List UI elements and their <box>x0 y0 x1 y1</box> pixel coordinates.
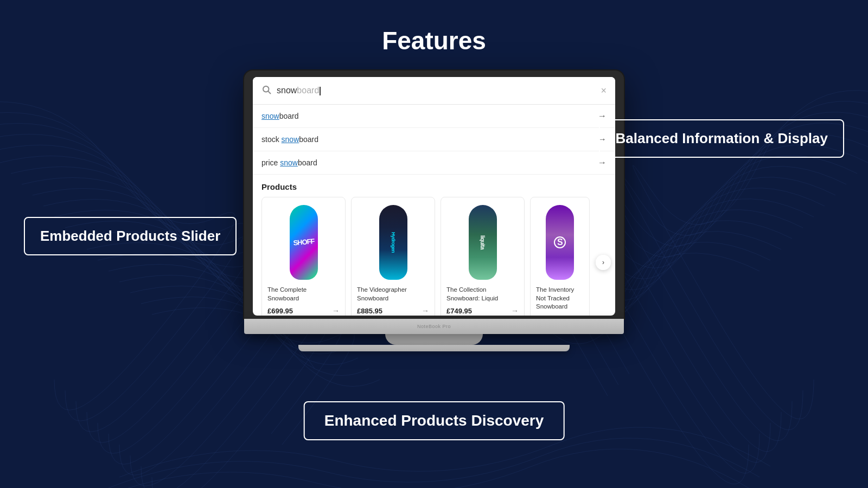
badge-balanced-information: Balanced Information & Display <box>599 119 844 158</box>
badge-embedded-products-slider: Embedded Products Slider <box>24 217 237 255</box>
product-price-arrow-2[interactable]: → <box>422 306 429 315</box>
page-title: Features <box>382 26 486 55</box>
search-icon <box>261 85 271 97</box>
product-card-1[interactable]: SHOFF The Complete Snowboard £699.95 → <box>261 197 346 316</box>
search-close-button[interactable]: × <box>601 85 607 97</box>
product-price-row-2: £885.95 → <box>357 306 429 315</box>
laptop-screen-bezel: snowboard × snowboard → stock snowboard … <box>244 70 624 319</box>
badge-bottom-label: Enhanced Products Discovery <box>324 412 544 429</box>
search-input[interactable]: snowboard <box>277 86 595 95</box>
slider-next-button[interactable]: › <box>596 255 611 270</box>
product-price-row-4: £949.95 <box>536 314 584 316</box>
search-query-typed: snow <box>277 86 297 95</box>
suggestion-text-3: price snowboard <box>261 158 317 167</box>
suggestion-item-1[interactable]: snowboard → <box>253 105 615 128</box>
product-name-3: The Collection Snowboard: Liquid <box>446 286 519 303</box>
product-price-4: £949.95 <box>536 314 561 316</box>
laptop-base: NoteBook Pro <box>244 319 624 334</box>
laptop-foot <box>298 345 570 351</box>
product-price-1: £699.95 <box>267 307 293 315</box>
product-price-row-3: £749.95 → <box>446 306 519 315</box>
product-price-3: £749.95 <box>446 307 472 315</box>
badge-left-label: Embedded Products Slider <box>40 228 220 244</box>
laptop-brand-label: NoteBook Pro <box>417 324 451 329</box>
suggestion-text-2: stock snowboard <box>261 135 318 144</box>
suggestion-item-2[interactable]: stock snowboard → <box>253 128 615 151</box>
product-image-3: liquita <box>446 203 519 281</box>
search-query-placeholder: board <box>297 86 319 95</box>
badge-right-label: Balanced Information & Display <box>615 130 828 146</box>
screen-content: snowboard × snowboard → stock snowboard … <box>253 77 615 316</box>
product-price-2: £885.95 <box>357 307 382 315</box>
product-card-2[interactable]: Hydrogen The Videographer Snowboard £885… <box>351 197 435 316</box>
product-price-arrow-1[interactable]: → <box>332 306 340 315</box>
product-card-4[interactable]: S The Inventory Not Tracked Snowboard £9… <box>530 197 590 316</box>
product-image-2: Hydrogen <box>357 203 429 281</box>
badge-enhanced-products-discovery: Enhanced Products Discovery <box>304 401 565 440</box>
laptop-stand <box>385 334 483 345</box>
product-name-2: The Videographer Snowboard <box>357 286 429 303</box>
suggestion-text-1: snowboard <box>261 112 299 120</box>
laptop-mockup: snowboard × snowboard → stock snowboard … <box>244 70 624 351</box>
suggestion-arrow-3: → <box>598 158 607 168</box>
search-bar[interactable]: snowboard × <box>253 77 615 105</box>
svg-line-1 <box>268 91 270 93</box>
product-price-row-1: £699.95 → <box>267 306 340 315</box>
suggestion-highlight-2: snow <box>282 135 299 144</box>
products-section-label: Products <box>253 175 615 197</box>
product-image-4: S <box>536 203 584 281</box>
product-image-1: SHOFF <box>267 203 340 281</box>
product-card-3[interactable]: liquita The Collection Snowboard: Liquid… <box>441 197 525 316</box>
suggestion-highlight-1: snow <box>261 112 279 120</box>
products-slider[interactable]: SHOFF The Complete Snowboard £699.95 → H… <box>253 197 615 316</box>
product-name-4: The Inventory Not Tracked Snowboard <box>536 286 584 311</box>
text-cursor <box>320 87 321 95</box>
suggestion-item-3[interactable]: price snowboard → <box>253 151 615 175</box>
suggestion-highlight-3: snow <box>280 158 298 167</box>
product-price-arrow-3[interactable]: → <box>511 306 519 315</box>
product-name-1: The Complete Snowboard <box>267 286 340 303</box>
